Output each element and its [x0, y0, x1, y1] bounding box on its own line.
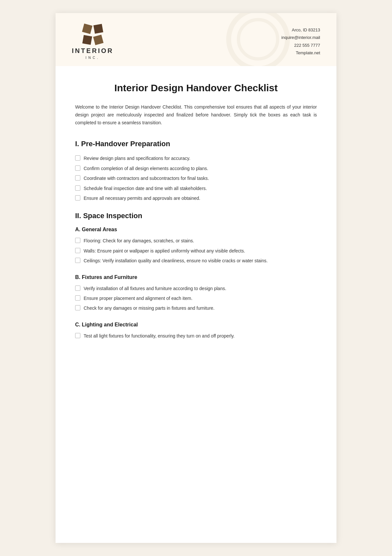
checkbox-1-3[interactable]	[75, 175, 80, 181]
logo: INTERIOR INC.	[72, 23, 114, 60]
checkbox-2a-2[interactable]	[75, 248, 80, 253]
checkbox-2a-3[interactable]	[75, 258, 80, 263]
subsection-b-checklist: Verify installation of all fixtures and …	[75, 285, 317, 312]
subsection-c-checklist: Test all light fixtures for functionalit…	[75, 332, 317, 339]
list-item: Verify installation of all fixtures and …	[75, 285, 317, 292]
list-item: Test all light fixtures for functionalit…	[75, 332, 317, 339]
list-item: Walls: Ensure paint or wallpaper is appl…	[75, 247, 317, 254]
company-sub: INC.	[86, 56, 100, 60]
subsection-c-title: C. Lighting and Electrical	[75, 322, 317, 328]
list-item: Ensure proper placement and alignment of…	[75, 295, 317, 302]
subsection-a-checklist: Flooring: Check for any damages, scratch…	[75, 237, 317, 264]
checkbox-1-1[interactable]	[75, 155, 80, 161]
main-content: Interior Design Handover Checklist Welco…	[56, 66, 336, 369]
checkbox-2c-1[interactable]	[75, 333, 80, 338]
section-space-inspection: II. Space Inspection A. General Areas Fl…	[75, 212, 317, 339]
list-item: Coordinate with contractors and subcontr…	[75, 175, 317, 182]
list-item: Confirm completion of all design element…	[75, 165, 317, 172]
list-item: Check for any damages or missing parts i…	[75, 304, 317, 312]
list-item: Flooring: Check for any damages, scratch…	[75, 237, 317, 244]
document-title: Interior Design Handover Checklist	[75, 82, 317, 94]
section-1-title: I. Pre-Handover Preparation	[75, 140, 317, 148]
subsection-a-title: A. General Areas	[75, 227, 317, 233]
list-item: Ensure all necessary permits and approva…	[75, 195, 317, 202]
header: INTERIOR INC. Arco, ID 83213 inquire@int…	[56, 13, 336, 66]
section-pre-handover: I. Pre-Handover Preparation Review desig…	[75, 140, 317, 202]
svg-rect-5	[93, 35, 104, 45]
checkbox-2a-1[interactable]	[75, 238, 80, 243]
list-item: Ceilings: Verify installation quality an…	[75, 257, 317, 264]
subsection-general-areas: A. General Areas Flooring: Check for any…	[75, 227, 317, 264]
intro-paragraph: Welcome to the Interior Design Handover …	[75, 103, 317, 127]
checkbox-1-2[interactable]	[75, 165, 80, 171]
list-item: Review design plans and specifications f…	[75, 155, 317, 162]
svg-rect-3	[93, 24, 103, 34]
subsection-lighting-electrical: C. Lighting and Electrical Test all ligh…	[75, 322, 317, 339]
watermark-icon	[225, 13, 291, 66]
section-2-title: II. Space Inspection	[75, 212, 317, 220]
svg-point-1	[238, 20, 278, 59]
page: INTERIOR INC. Arco, ID 83213 inquire@int…	[56, 13, 336, 543]
checkbox-2b-2[interactable]	[75, 295, 80, 301]
list-item: Schedule final inspection date and time …	[75, 185, 317, 192]
subsection-fixtures-furniture: B. Fixtures and Furniture Verify install…	[75, 274, 317, 312]
company-name: INTERIOR	[72, 47, 114, 55]
checkbox-2b-1[interactable]	[75, 286, 80, 291]
svg-rect-2	[82, 24, 92, 34]
checkbox-1-4[interactable]	[75, 185, 80, 191]
section-1-checklist: Review design plans and specifications f…	[75, 155, 317, 202]
checkbox-1-5[interactable]	[75, 195, 80, 200]
svg-rect-4	[82, 35, 92, 45]
logo-icon	[81, 23, 104, 46]
checkbox-2b-3[interactable]	[75, 305, 80, 310]
subsection-b-title: B. Fixtures and Furniture	[75, 274, 317, 280]
